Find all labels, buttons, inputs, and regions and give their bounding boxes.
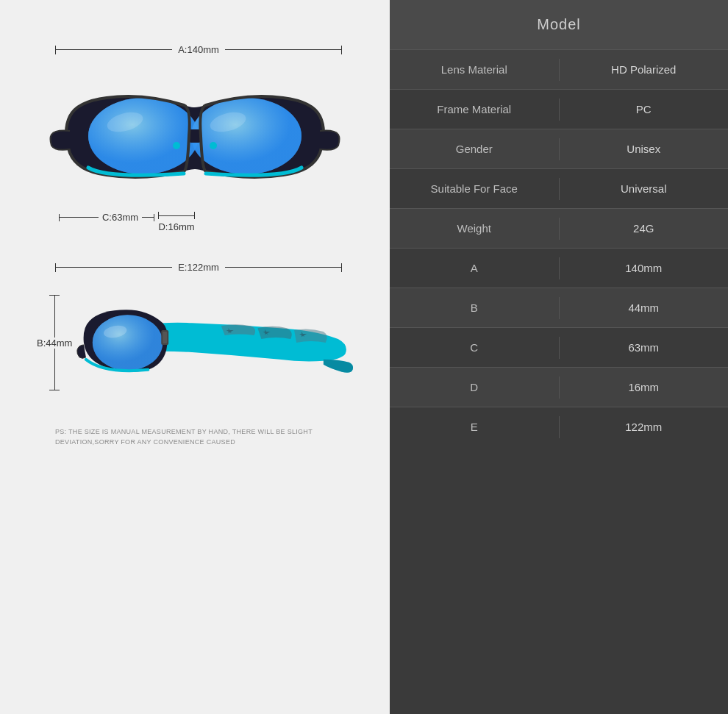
- spec-label-8: D: [390, 368, 559, 407]
- side-sunglasses-svg: [75, 280, 353, 405]
- spec-label-9: E: [390, 407, 559, 446]
- spec-row-2: Gender Unisex: [390, 129, 728, 168]
- spec-value-4: 24G: [560, 209, 729, 248]
- spec-value-0: HD Polarized: [560, 50, 729, 89]
- spec-value-7: 63mm: [560, 328, 729, 367]
- svg-point-1: [88, 98, 199, 174]
- spec-value-3: Universal: [560, 169, 729, 208]
- measurement-a-row: A:140mm: [55, 44, 342, 55]
- spec-label-0: Lens Material: [390, 50, 559, 89]
- spec-row-0: Lens Material HD Polarized: [390, 49, 728, 89]
- specs-table: Lens Material HD Polarized Frame Materia…: [390, 49, 728, 446]
- spec-row-8: D 16mm: [390, 367, 728, 407]
- spec-row-1: Frame Material PC: [390, 89, 728, 129]
- left-panel: A:140mm: [0, 0, 390, 714]
- spec-row-6: B 44mm: [390, 288, 728, 327]
- svg-rect-13: [163, 332, 168, 343]
- front-sunglasses-image: [48, 61, 342, 208]
- spec-label-4: Weight: [390, 209, 559, 248]
- svg-point-7: [173, 142, 180, 149]
- spec-row-9: E 122mm: [390, 407, 728, 446]
- disclaimer-text: PS: THE SIZE IS MANUAL MEASUREMENT BY HA…: [55, 427, 335, 447]
- model-header: Model: [390, 0, 728, 49]
- measurement-d-label: D:16mm: [158, 221, 194, 232]
- svg-point-8: [210, 142, 217, 149]
- spec-row-5: A 140mm: [390, 248, 728, 288]
- spec-value-9: 122mm: [560, 407, 729, 446]
- spec-label-5: A: [390, 249, 559, 288]
- cd-measurements: C:63mm D:16mm: [59, 212, 346, 232]
- spec-value-1: PC: [560, 90, 729, 129]
- spec-label-3: Suitable For Face: [390, 169, 559, 208]
- spec-label-6: B: [390, 288, 559, 327]
- svg-point-10: [93, 315, 163, 371]
- right-panel: Model Lens Material HD Polarized Frame M…: [390, 0, 728, 714]
- measurement-b-label: B:44mm: [37, 338, 72, 349]
- measurement-e-label: E:122mm: [172, 262, 225, 273]
- svg-point-3: [191, 98, 301, 174]
- spec-row-3: Suitable For Face Universal: [390, 168, 728, 208]
- spec-row-7: C 63mm: [390, 327, 728, 367]
- spec-value-6: 44mm: [560, 288, 729, 327]
- spec-label-1: Frame Material: [390, 90, 559, 129]
- spec-label-2: Gender: [390, 129, 559, 168]
- measurement-c-label: C:63mm: [99, 212, 142, 223]
- spec-label-7: C: [390, 328, 559, 367]
- measurement-a-label: A:140mm: [172, 44, 225, 55]
- spec-value-8: 16mm: [560, 368, 729, 407]
- spec-value-2: Unisex: [560, 129, 729, 168]
- side-view-section: B:44mm: [37, 280, 353, 405]
- spec-row-4: Weight 24G: [390, 208, 728, 248]
- spec-value-5: 140mm: [560, 249, 729, 288]
- measurement-e-row: E:122mm: [55, 262, 342, 273]
